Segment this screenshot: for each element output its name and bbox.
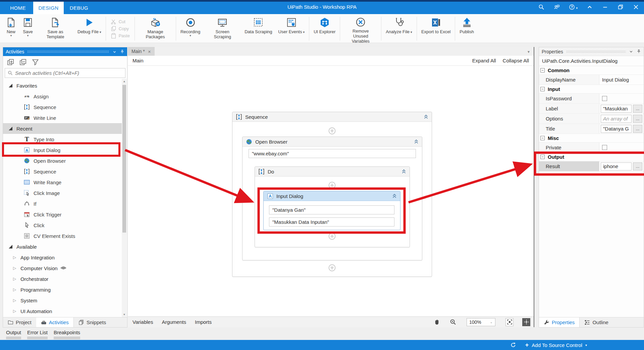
expanded-icon[interactable] — [9, 245, 12, 249]
options-ellipsis-button[interactable]: ... — [633, 115, 642, 123]
tab-properties[interactable]: Properties — [539, 317, 580, 327]
tab-activities[interactable]: Activities — [36, 317, 74, 327]
collapsed-icon[interactable]: ▷ — [13, 277, 20, 281]
section-common[interactable]: Common — [539, 66, 644, 75]
export-to-excel-button[interactable]: Export to Excel — [418, 15, 453, 42]
paste-button[interactable]: Paste — [111, 33, 130, 39]
recording-button[interactable]: Recording — [177, 15, 203, 42]
input-dialog-label-input[interactable]: "Masukkan Data Inputan" — [269, 217, 394, 227]
activity-sequence[interactable]: Sequence — [3, 102, 122, 112]
browser-url-input[interactable]: "www.ebay.com" — [249, 149, 416, 158]
result-value-input[interactable]: iphone — [601, 162, 632, 170]
result-ellipsis-button[interactable]: ... — [633, 162, 642, 170]
section-output[interactable]: Output — [539, 153, 644, 161]
activity-click-trigger[interactable]: Click Trigger — [3, 209, 122, 220]
tab-design[interactable]: DESIGN — [33, 2, 64, 14]
sequence-card-header[interactable]: Sequence — [232, 112, 432, 122]
help-icon[interactable] — [569, 4, 578, 10]
add-activity-button[interactable] — [328, 232, 336, 240]
zoom-level-select[interactable]: 100%⌄ — [467, 318, 495, 326]
label-value-input[interactable]: "Masukkan — [601, 105, 632, 113]
tree-section-recent[interactable]: Recent — [3, 123, 122, 134]
data-scraping-button[interactable]: Data Scraping — [241, 15, 275, 42]
tab-outline[interactable]: Outline — [580, 317, 613, 327]
pin-icon[interactable] — [120, 50, 124, 54]
tab-list-dropdown-icon[interactable]: ▼ — [527, 50, 530, 54]
debug-file-button[interactable]: Debug File — [74, 15, 104, 42]
category-programming[interactable]: ▷Programming — [3, 284, 122, 295]
tree-section-available[interactable]: Available — [3, 241, 122, 252]
analyze-file-button[interactable]: Analyze File — [383, 15, 415, 42]
scroll-down-icon[interactable]: ▼ — [122, 312, 127, 317]
overview-button[interactable] — [522, 318, 530, 326]
activity-click-image[interactable]: Click Image — [3, 188, 122, 198]
scrollbar-thumb[interactable] — [122, 85, 126, 233]
expand-all-icon[interactable] — [7, 59, 14, 66]
ui-explorer-button[interactable]: UI Explorer — [311, 15, 338, 42]
expanded-icon[interactable] — [9, 127, 12, 131]
tab-main-document[interactable]: Main * — [128, 47, 155, 56]
tab-breakpoints[interactable]: Breakpoints — [54, 330, 80, 339]
chevron-down-icon[interactable] — [112, 50, 117, 54]
activities-search-box[interactable] — [5, 68, 125, 78]
variables-tab[interactable]: Variables — [132, 319, 153, 325]
tab-home[interactable]: HOME — [3, 2, 33, 14]
category-app-integration[interactable]: ▷App Integration — [3, 252, 122, 263]
activity-open-browser[interactable]: Open Browser — [3, 155, 122, 166]
collapsed-icon[interactable]: ▷ — [13, 266, 20, 270]
category-ui-automation[interactable]: ▷UI Automation — [3, 306, 122, 316]
category-computer-vision[interactable]: ▷Computer Vision — [3, 263, 122, 273]
collapse-chevron-icon[interactable] — [392, 194, 397, 198]
activity-sequence-recent[interactable]: Sequence — [3, 166, 122, 177]
collapse-section-icon[interactable] — [540, 136, 545, 140]
scroll-up-icon[interactable]: ▲ — [122, 79, 127, 84]
restore-button[interactable] — [617, 4, 624, 10]
zoom-lens-icon[interactable] — [449, 318, 457, 326]
expand-all-link[interactable]: Expand All — [472, 58, 496, 63]
do-card-header[interactable]: Do — [255, 167, 410, 177]
collapse-chevron-icon[interactable] — [401, 169, 406, 174]
activity-click[interactable]: Click — [3, 220, 122, 231]
save-as-template-button[interactable]: Save as Template — [36, 15, 74, 42]
collapse-section-icon[interactable] — [540, 68, 545, 72]
activities-scrollbar[interactable]: ▲ ▼ — [122, 79, 127, 317]
title-value-input[interactable]: "Datanya G — [601, 125, 632, 133]
collapsed-icon[interactable]: ▷ — [13, 309, 20, 313]
publish-button[interactable]: Publish — [457, 15, 477, 42]
activity-cv-element-exists[interactable]: CV Element Exists — [3, 231, 122, 241]
activity-assign[interactable]: A*BAssign — [3, 91, 122, 102]
collapsed-icon[interactable]: ▷ — [13, 287, 20, 292]
add-to-source-control-button[interactable]: + Add To Source Control ▾ — [525, 342, 587, 348]
activity-if[interactable]: If — [3, 198, 122, 209]
user-events-button[interactable]: User Events — [275, 15, 308, 42]
label-ellipsis-button[interactable]: ... — [633, 105, 642, 113]
input-dialog-card-header[interactable]: Input Dialog — [264, 191, 400, 201]
collapse-chevron-icon[interactable] — [414, 139, 419, 144]
collapse-section-icon[interactable] — [540, 87, 545, 91]
collapsed-icon[interactable]: ▷ — [13, 255, 20, 260]
design-surface[interactable]: Sequence Open Browser "www.ebay.com" Do — [128, 66, 534, 316]
minimize-button[interactable] — [602, 4, 608, 10]
category-orchestrator[interactable]: ▷Orchestrator — [3, 273, 122, 284]
ispassword-checkbox[interactable] — [602, 96, 607, 101]
tree-section-favorites[interactable]: Favorites — [3, 80, 122, 91]
feedback-icon[interactable] — [553, 4, 560, 10]
search-input[interactable] — [15, 70, 122, 76]
cut-button[interactable]: Cut — [111, 19, 130, 24]
title-ellipsis-button[interactable]: ... — [633, 125, 642, 133]
add-activity-button[interactable] — [328, 127, 336, 135]
tab-debug[interactable]: DEBUG — [64, 2, 94, 14]
tab-snippets[interactable]: Snippets — [74, 317, 111, 327]
collapsed-icon[interactable]: ▷ — [13, 298, 20, 303]
activity-type-into[interactable]: TType Into — [3, 134, 122, 145]
screen-scraping-button[interactable]: Screen Scraping — [203, 15, 241, 42]
tab-error-list[interactable]: Error List — [27, 330, 48, 339]
pan-hand-icon[interactable] — [433, 318, 440, 326]
close-tab-icon[interactable] — [148, 49, 151, 54]
search-icon[interactable] — [538, 4, 545, 10]
expanded-icon[interactable] — [9, 84, 12, 88]
section-input[interactable]: Input — [539, 85, 644, 94]
displayname-value[interactable]: Input Dialog — [599, 75, 644, 85]
breadcrumb[interactable]: Main — [132, 58, 144, 63]
manage-packages-button[interactable]: Manage Packages — [136, 15, 174, 42]
